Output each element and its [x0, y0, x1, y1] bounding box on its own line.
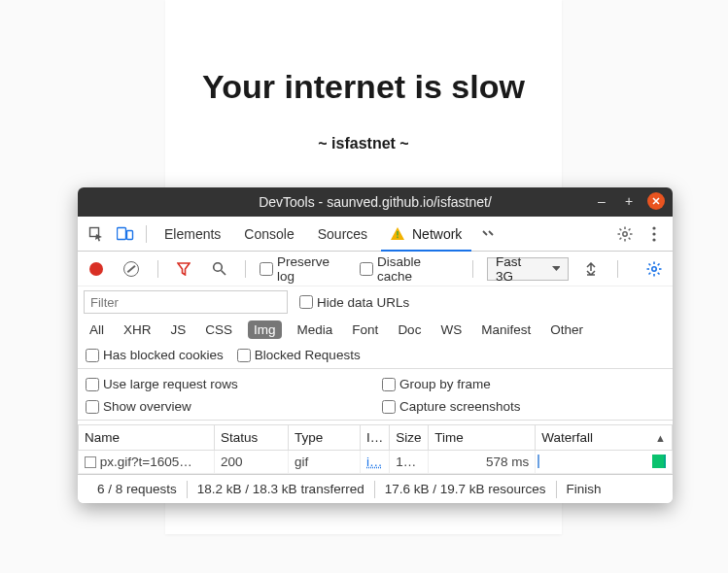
col-name[interactable]: Name — [79, 425, 215, 451]
col-status[interactable]: Status — [215, 425, 289, 451]
separator — [157, 260, 158, 278]
large-rows-checkbox[interactable]: Use large request rows — [86, 377, 368, 391]
type-manifest[interactable]: Manifest — [477, 320, 535, 339]
window-buttons: – + — [593, 192, 665, 210]
capture-screenshots-checkbox[interactable]: Capture screenshots — [382, 399, 665, 414]
svg-point-5 — [623, 231, 627, 235]
col-waterfall-label: Waterfall — [541, 430, 593, 445]
device-toggle-icon[interactable] — [113, 221, 138, 247]
svg-line-26 — [649, 272, 651, 274]
panel-tabs: Elements Console Sources Network — [78, 217, 673, 252]
col-waterfall[interactable]: Waterfall▲ — [536, 425, 673, 451]
svg-line-13 — [629, 228, 631, 230]
more-tabs-icon[interactable] — [475, 221, 501, 247]
inspect-icon[interactable] — [84, 221, 109, 247]
blocked-cookies-checkbox[interactable]: Has blocked cookies — [86, 348, 224, 362]
preserve-log-label: Preserve log — [277, 254, 350, 284]
type-media[interactable]: Media — [294, 320, 337, 339]
blocked-requests-label: Blocked Requests — [255, 348, 361, 362]
kebab-menu-icon[interactable] — [641, 221, 667, 247]
chevron-down-icon — [552, 266, 561, 272]
window-titlebar[interactable]: DevTools - saunved.github.io/isfastnet/ … — [78, 187, 673, 217]
svg-point-17 — [213, 263, 222, 272]
status-resources: 17.6 kB / 19.7 kB resources — [375, 482, 556, 496]
svg-rect-4 — [397, 236, 399, 238]
record-button[interactable] — [84, 256, 109, 282]
svg-line-12 — [620, 237, 622, 239]
col-time[interactable]: Time — [429, 425, 536, 451]
type-other[interactable]: Other — [546, 320, 587, 339]
svg-line-11 — [629, 237, 631, 239]
tab-sources[interactable]: Sources — [308, 217, 377, 252]
svg-line-25 — [658, 272, 660, 274]
minimize-button[interactable]: – — [593, 192, 610, 210]
disable-cache-checkbox[interactable]: Disable cache — [360, 254, 459, 284]
throttling-value: Fast 3G — [496, 254, 542, 284]
capture-screenshots-label: Capture screenshots — [399, 399, 521, 414]
col-type[interactable]: Type — [289, 425, 361, 451]
cell-name: px.gif?t=1605… — [79, 451, 215, 474]
blocked-cookies-label: Has blocked cookies — [103, 348, 224, 362]
tab-network[interactable]: Network — [381, 217, 471, 252]
svg-line-18 — [221, 271, 225, 276]
filter-toggle-button[interactable] — [172, 256, 197, 282]
type-js[interactable]: JS — [167, 320, 191, 339]
search-button[interactable] — [206, 256, 231, 282]
svg-rect-3 — [397, 231, 399, 236]
type-doc[interactable]: Doc — [394, 320, 425, 339]
cell-size: 1… — [390, 451, 429, 474]
svg-point-14 — [652, 226, 655, 229]
type-img[interactable]: Img — [248, 320, 282, 339]
type-css[interactable]: CSS — [201, 320, 236, 339]
filter-input[interactable] — [84, 290, 288, 314]
throttling-select[interactable]: Fast 3G — [487, 257, 569, 281]
tab-console[interactable]: Console — [234, 217, 303, 252]
sort-asc-icon: ▲ — [655, 432, 666, 444]
separator — [245, 260, 246, 278]
page-subtitle: ~ isfastnet ~ — [165, 135, 562, 152]
maximize-button[interactable]: + — [620, 192, 638, 210]
show-overview-label: Show overview — [103, 399, 191, 414]
hide-data-urls-label: Hide data URLs — [317, 295, 409, 310]
type-all[interactable]: All — [86, 320, 108, 339]
col-size[interactable]: Size — [390, 425, 429, 451]
network-settings-icon[interactable] — [641, 256, 667, 282]
close-button[interactable] — [647, 192, 665, 210]
svg-rect-2 — [127, 230, 133, 239]
large-rows-label: Use large request rows — [103, 377, 238, 391]
network-conditions-icon[interactable] — [578, 256, 604, 282]
svg-rect-1 — [118, 227, 126, 239]
warning-icon — [391, 227, 404, 240]
record-icon — [89, 262, 103, 276]
cell-time: 578 ms — [429, 451, 536, 474]
cell-waterfall — [536, 451, 673, 474]
col-initiator[interactable]: I… — [361, 425, 390, 451]
resource-type-filters: All XHR JS CSS Img Media Font Doc WS Man… — [78, 318, 673, 344]
group-by-frame-checkbox[interactable]: Group by frame — [382, 377, 665, 391]
status-transferred: 18.2 kB / 18.3 kB transferred — [188, 482, 374, 496]
cell-status: 200 — [215, 451, 289, 474]
svg-point-19 — [652, 266, 656, 270]
page-title: Your internet is slow — [165, 68, 562, 106]
requests-table: Name Status Type I… Size Time Waterfall▲… — [78, 424, 673, 474]
settings-gear-icon[interactable] — [612, 221, 638, 247]
waterfall-finish — [652, 455, 666, 468]
separator — [146, 225, 147, 243]
show-overview-checkbox[interactable]: Show overview — [86, 399, 368, 414]
cell-initiator: i… — [361, 451, 390, 474]
type-font[interactable]: Font — [348, 320, 382, 339]
status-finish: Finish — [557, 482, 611, 496]
preserve-log-checkbox[interactable]: Preserve log — [260, 254, 350, 284]
hide-data-urls-checkbox[interactable]: Hide data URLs — [299, 295, 409, 310]
status-requests: 6 / 8 requests — [87, 482, 187, 496]
type-xhr[interactable]: XHR — [120, 320, 156, 339]
table-header-row: Name Status Type I… Size Time Waterfall▲ — [79, 425, 673, 451]
blocked-requests-checkbox[interactable]: Blocked Requests — [237, 348, 361, 362]
type-ws[interactable]: WS — [436, 320, 466, 339]
table-row[interactable]: px.gif?t=1605… 200 gif i… 1… 578 ms — [79, 451, 673, 474]
row-checkbox[interactable] — [85, 456, 96, 468]
separator — [617, 260, 618, 278]
svg-point-15 — [652, 232, 655, 235]
clear-button[interactable] — [119, 256, 144, 282]
tab-elements[interactable]: Elements — [155, 217, 230, 252]
